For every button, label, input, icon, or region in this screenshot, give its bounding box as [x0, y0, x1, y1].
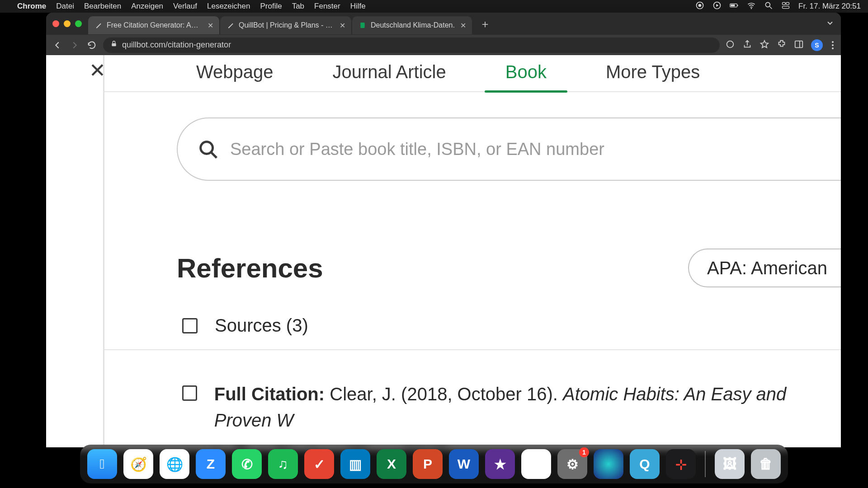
dock-powerpoint[interactable]: P: [413, 449, 443, 479]
page-viewport: ✕ Webpage Journal Article Book More Type…: [46, 55, 841, 447]
tab-webpage[interactable]: Webpage: [179, 62, 291, 91]
window-close-button[interactable]: [52, 20, 59, 27]
menu-hilfe[interactable]: Hilfe: [350, 2, 366, 11]
google-lens-icon[interactable]: [725, 39, 735, 51]
new-tab-button[interactable]: ＋: [477, 16, 493, 32]
svg-rect-5: [737, 5, 738, 6]
citation-entry: Full Citation: Clear, J. (2018, October …: [104, 350, 841, 447]
dock-safari[interactable]: 🧭: [123, 449, 153, 479]
svg-rect-11: [783, 6, 789, 8]
control-center-icon[interactable]: [781, 1, 790, 12]
dock-drive[interactable]: △: [521, 449, 551, 479]
address-bar[interactable]: quillbot.com/citation-generator: [103, 38, 720, 53]
search-icon: [198, 139, 218, 160]
window-fullscreen-button[interactable]: [75, 20, 82, 27]
menu-bearbeiten[interactable]: Bearbeiten: [84, 2, 121, 11]
svg-rect-9: [783, 2, 786, 5]
menu-lesezeichen[interactable]: Lesezeichen: [207, 2, 250, 11]
menu-verlauf[interactable]: Verlauf: [173, 2, 197, 11]
svg-point-7: [765, 2, 770, 7]
lock-icon: [110, 40, 118, 50]
dock-word[interactable]: W: [449, 449, 479, 479]
menubar-clock[interactable]: Fr. 17. März 20:51: [798, 2, 861, 11]
mac-dock: 􀎞 🧭 🌐 Z ✆ ♫ ✓ ▥ X P W ★ △ ⚙1 Q ⊹ 🖼 🗑: [80, 445, 788, 483]
book-search-field[interactable]: [177, 117, 841, 181]
url-text: quillbot.com/citation-generator: [122, 40, 231, 50]
citation-style-selector[interactable]: APA: American: [688, 249, 841, 287]
dock-spotify[interactable]: ♫: [268, 449, 298, 479]
nav-reload-button[interactable]: [86, 39, 98, 51]
svg-point-17: [201, 142, 213, 154]
omnibar: quillbot.com/citation-generator S: [46, 35, 841, 55]
menu-datei[interactable]: Datei: [56, 2, 74, 11]
settings-badge: 1: [579, 447, 589, 457]
sources-count-label: Sources (3): [215, 315, 308, 336]
mac-menubar: Chrome Datei Bearbeiten Anzeigen Verlauf…: [0, 0, 868, 13]
dock-voicememos[interactable]: ⊹: [666, 449, 696, 479]
quillbot-favicon-icon: [226, 21, 235, 29]
dock-zoom[interactable]: Z: [196, 449, 226, 479]
svg-rect-12: [360, 23, 364, 28]
svg-rect-4: [731, 4, 735, 6]
battery-icon[interactable]: [730, 1, 739, 12]
menubar-app-name[interactable]: Chrome: [17, 2, 46, 11]
dock-chrome[interactable]: 🌐: [160, 449, 189, 479]
screen-record-icon[interactable]: [695, 1, 704, 12]
menu-tab[interactable]: Tab: [292, 2, 304, 11]
full-citation-label: Full Citation:: [214, 384, 325, 404]
window-controls: [52, 20, 82, 27]
citation-author-date: Clear, J. (2018, October 16).: [330, 384, 563, 404]
side-panel-icon[interactable]: [794, 39, 804, 51]
dock-imovie[interactable]: ★: [485, 449, 515, 479]
tab-close-button[interactable]: ✕: [459, 20, 467, 31]
dock-preview[interactable]: 🖼: [715, 449, 745, 479]
wifi-icon[interactable]: [747, 1, 756, 12]
bookmark-star-icon[interactable]: [760, 39, 769, 51]
nav-back-button[interactable]: [52, 39, 63, 51]
tab-journal-article[interactable]: Journal Article: [316, 62, 463, 91]
extensions-icon[interactable]: [777, 39, 787, 51]
tab-close-button[interactable]: ✕: [338, 20, 347, 31]
dock-todoist[interactable]: ✓: [304, 449, 334, 479]
tab-more-types[interactable]: More Types: [589, 62, 717, 91]
svg-rect-13: [112, 43, 116, 47]
dock-siri[interactable]: [594, 449, 623, 479]
playback-icon[interactable]: [712, 1, 722, 12]
sheets-favicon-icon: [359, 21, 367, 29]
book-search-input[interactable]: [230, 140, 841, 159]
dock-quicktime[interactable]: Q: [630, 449, 660, 479]
browser-tab-1[interactable]: QuillBot | Pricing & Plans - Upg ✕: [220, 16, 351, 34]
nav-forward-button[interactable]: [69, 39, 80, 51]
dock-whatsapp[interactable]: ✆: [232, 449, 262, 479]
tab-book[interactable]: Book: [488, 62, 564, 91]
quillbot-favicon-icon: [94, 21, 103, 29]
dock-finder[interactable]: 􀎞: [87, 449, 117, 479]
svg-line-8: [770, 6, 772, 9]
select-all-sources-checkbox[interactable]: [182, 318, 198, 333]
tab-close-button[interactable]: ✕: [206, 20, 215, 31]
svg-point-1: [698, 4, 702, 7]
close-panel-icon[interactable]: ✕: [89, 59, 106, 82]
menu-fenster[interactable]: Fenster: [314, 2, 340, 11]
tab-strip: Free Citation Generator: APA, M ✕ QuillB…: [46, 13, 841, 35]
dock-excel[interactable]: X: [377, 449, 406, 479]
dock-settings[interactable]: ⚙1: [557, 449, 587, 479]
menu-anzeigen[interactable]: Anzeigen: [131, 2, 163, 11]
profile-avatar[interactable]: S: [811, 39, 823, 51]
browser-tab-0[interactable]: Free Citation Generator: APA, M ✕: [88, 16, 219, 34]
tab-overflow-button[interactable]: [826, 19, 835, 29]
chrome-menu-button[interactable]: [830, 39, 835, 51]
dock-trello[interactable]: ▥: [340, 449, 370, 479]
browser-tab-2[interactable]: Deutschland Klima-Daten. ✕: [352, 16, 472, 34]
chrome-window: Free Citation Generator: APA, M ✕ QuillB…: [46, 13, 841, 447]
menu-profile[interactable]: Profile: [260, 2, 282, 11]
spotlight-icon[interactable]: [764, 1, 773, 12]
dock-trash[interactable]: 🗑: [751, 449, 781, 479]
dock-separator: [705, 451, 706, 477]
svg-rect-10: [786, 2, 789, 5]
share-icon[interactable]: [742, 39, 752, 51]
window-minimize-button[interactable]: [64, 20, 71, 27]
svg-point-6: [751, 8, 752, 9]
citation-checkbox[interactable]: [182, 385, 197, 401]
tab-title: Free Citation Generator: APA, M: [107, 21, 202, 29]
